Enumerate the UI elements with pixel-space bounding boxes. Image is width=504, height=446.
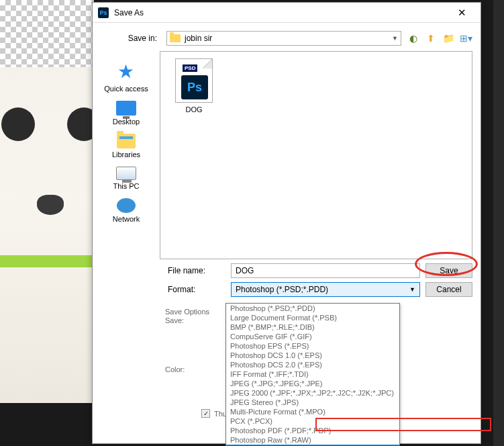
new-folder-icon[interactable]: 📁	[442, 32, 455, 45]
folder-icon	[170, 34, 181, 42]
format-option[interactable]: Photoshop PDF (*.PDF;*.PDP)	[226, 426, 399, 435]
checkbox-thumbnail	[201, 409, 210, 418]
format-option[interactable]: JPEG (*.JPG;*.JPEG;*.JPE)	[226, 379, 399, 388]
photoshop-icon: Ps	[98, 7, 109, 18]
titlebar: Ps Save As ✕	[93, 3, 481, 23]
cancel-button[interactable]: Cancel	[425, 282, 472, 297]
save-as-dialog: Ps Save As ✕ Save in: jobin sir ▼ ◐ ⬆ 📁 …	[92, 2, 481, 444]
sidebar-item-desktop[interactable]: Desktop	[110, 98, 142, 128]
format-option[interactable]: CompuServe GIF (*.GIF)	[226, 332, 399, 341]
save-button[interactable]: Save	[425, 263, 472, 278]
format-option[interactable]: Large Document Format (*.PSB)	[226, 313, 399, 322]
format-option[interactable]: Photoshop (*.PSD;*.PDD)	[226, 304, 399, 313]
format-value: Photoshop (*.PSD;*.PDD)	[236, 285, 328, 294]
save-in-combo[interactable]: jobin sir ▼	[166, 31, 401, 46]
save-in-label: Save in:	[101, 34, 161, 43]
format-option[interactable]: Multi-Picture Format (*.MPO)	[226, 407, 399, 416]
format-option[interactable]: IFF Format (*.IFF;*.TDI)	[226, 369, 399, 379]
back-icon[interactable]: ◐	[407, 32, 420, 45]
dialog-title: Save As	[114, 8, 448, 17]
format-label: Format:	[101, 285, 225, 294]
sidebar-item-libraries[interactable]: Libraries	[109, 131, 143, 161]
file-list[interactable]: PSD Ps DOG	[160, 51, 472, 259]
pc-icon	[116, 167, 136, 180]
view-menu-icon[interactable]: ⊞▾	[459, 32, 472, 45]
transparency-checker	[0, 0, 94, 67]
file-name-label: File name:	[101, 266, 225, 275]
save-in-value: jobin sir	[185, 34, 212, 43]
sidebar-item-network[interactable]: Network	[110, 195, 142, 226]
chevron-down-icon: ▼	[392, 35, 398, 42]
star-icon: ★	[117, 60, 134, 83]
format-option[interactable]: JPEG 2000 (*.JPF;*.JPX;*.JP2;*.J2C;*.J2K…	[226, 388, 399, 398]
dog-image	[0, 67, 94, 403]
format-combo[interactable]: Photoshop (*.PSD;*.PDD) ▼	[231, 282, 420, 297]
format-option[interactable]: Photoshop Raw (*.RAW)	[226, 435, 399, 445]
places-sidebar: ★ Quick access Desktop Libraries This PC…	[93, 51, 160, 259]
file-name-input[interactable]	[231, 263, 420, 278]
file-item-dog[interactable]: PSD Ps DOG	[167, 58, 221, 114]
format-option[interactable]: JPEG Stereo (*.JPS)	[226, 398, 399, 407]
format-option[interactable]: Photoshop EPS (*.EPS)	[226, 341, 399, 351]
format-option[interactable]: PCX (*.PCX)	[226, 416, 399, 426]
network-icon	[117, 198, 136, 213]
psd-file-icon: PSD Ps	[175, 58, 213, 103]
sidebar-item-this-pc[interactable]: This PC	[110, 164, 142, 193]
libraries-icon	[117, 134, 136, 148]
sidebar-item-quick-access[interactable]: ★ Quick access	[101, 58, 150, 95]
format-dropdown-list[interactable]: Photoshop (*.PSD;*.PDD)Large Document Fo…	[225, 303, 400, 446]
close-button[interactable]: ✕	[448, 3, 475, 22]
app-edge	[493, 0, 504, 446]
format-option[interactable]: BMP (*.BMP;*.RLE;*.DIB)	[226, 322, 399, 332]
format-option[interactable]: Photoshop DCS 2.0 (*.EPS)	[226, 360, 399, 369]
save-options-group: Save Options Save: Color: Thumbnail Phot…	[93, 305, 481, 420]
monitor-icon	[116, 101, 136, 116]
chevron-down-icon: ▼	[409, 286, 415, 293]
up-icon[interactable]: ⬆	[424, 32, 438, 45]
file-label: DOG	[185, 105, 202, 114]
format-option[interactable]: Photoshop DCS 1.0 (*.EPS)	[226, 351, 399, 360]
